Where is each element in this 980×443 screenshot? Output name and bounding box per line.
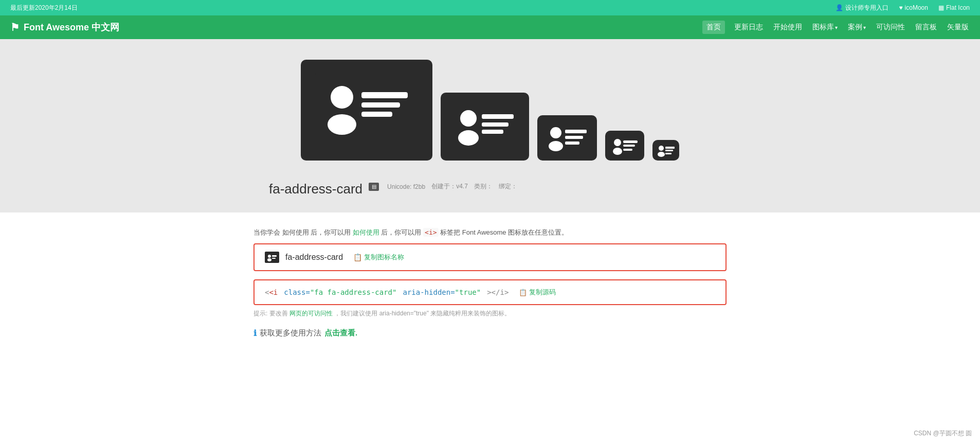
svg-point-31: [268, 255, 271, 258]
more-usage-row: ℹ 获取更多使用方法 点击查看.: [253, 328, 727, 338]
flag-icon: ⚑: [10, 21, 20, 33]
svg-point-13: [550, 127, 561, 138]
svg-rect-15: [565, 130, 587, 133]
svg-point-25: [659, 146, 664, 151]
nav-logo[interactable]: ⚑ Font Awesome 中文网: [10, 21, 119, 33]
intro-text-2: 标签把 Font Awesome 图标放在任意位置。: [440, 228, 568, 236]
update-date: 最后更新2020年2月14日: [10, 4, 78, 12]
svg-point-32: [267, 258, 271, 261]
copy-source-icon: 📋: [519, 289, 527, 296]
hero-unicode: Unicode: f2bb: [387, 183, 425, 190]
top-bar: 最后更新2020年2月14日 👤 设计师专用入口 ♥ icoMoon ▦ Fla…: [0, 0, 980, 15]
svg-rect-3: [361, 92, 408, 98]
copy-name-label: 复制图标名称: [364, 253, 404, 262]
svg-rect-21: [623, 140, 638, 143]
svg-rect-5: [361, 112, 392, 117]
icon-preview-svg: [266, 253, 278, 262]
hero-section: fa-address-card ▤ Unicode: f2bb 创建于：v4.7…: [0, 39, 980, 212]
svg-rect-22: [623, 145, 635, 147]
svg-rect-11: [482, 130, 503, 134]
icon-name-row: fa-address-card ▤ Unicode: f2bb 创建于：v4.7…: [269, 176, 711, 197]
more-usage-link[interactable]: 点击查看.: [324, 328, 357, 338]
info-icon: ℹ: [253, 328, 257, 338]
nav-vector[interactable]: 矢量版: [946, 21, 970, 34]
accessibility-hint: 提示: 要改善 网页的可访问性 ，我们建议使用 aria-hidden="tru…: [253, 309, 727, 318]
svg-rect-29: [665, 153, 672, 154]
address-card-icon-medium: [449, 99, 521, 154]
icon-card-large: [301, 60, 432, 161]
address-card-icon-xsmall: [609, 134, 641, 157]
svg-rect-34: [272, 258, 276, 259]
nav-start[interactable]: 开始使用: [772, 21, 803, 34]
svg-rect-10: [482, 122, 509, 127]
svg-rect-27: [665, 147, 675, 149]
nav-logo-text: Font Awesome 中文网: [24, 21, 119, 33]
source-close: ></i>: [487, 288, 509, 296]
copy-icon: 📋: [353, 253, 362, 261]
hero-copy-icon: ▤: [369, 183, 379, 191]
how-to-use-link[interactable]: 如何使用: [353, 228, 379, 236]
more-usage-text: 获取更多使用方法: [260, 328, 321, 338]
icon-name-box: fa-address-card 📋 复制图标名称: [253, 243, 727, 271]
address-card-icon-large: [315, 70, 418, 150]
tag-code: <i>: [423, 228, 438, 237]
nav-changelog[interactable]: 更新日志: [733, 21, 764, 34]
svg-rect-28: [665, 150, 673, 151]
icon-card-small: [537, 115, 597, 161]
copy-source-button[interactable]: 📋 复制源码: [519, 288, 556, 297]
hero-created: 创建于：v4.7: [431, 182, 468, 191]
nav-links: 首页 更新日志 开始使用 图标库 案例 可访问性 留言板 矢量版: [702, 21, 970, 34]
svg-rect-9: [482, 114, 514, 119]
nav-bar: ⚑ Font Awesome 中文网 首页 更新日志 开始使用 图标库 案例 可…: [0, 15, 980, 39]
svg-rect-17: [565, 141, 579, 145]
svg-point-26: [658, 152, 665, 157]
svg-point-7: [460, 110, 477, 127]
flaticon-link[interactable]: ▦ Flat Icon: [938, 4, 970, 11]
icon-label-text: fa-address-card: [285, 253, 343, 262]
nav-comments[interactable]: 留言板: [914, 21, 938, 34]
designer-icon: 👤: [836, 4, 843, 11]
icon-preview-small: [265, 252, 279, 263]
hero-category: 类别：: [474, 182, 493, 191]
address-card-icon-small: [542, 119, 592, 156]
usage-intro: 当你学会 如何使用 后，你可以用 如何使用 后，你可以用 <i> 标签把 Fon…: [253, 228, 727, 237]
copy-source-label: 复制源码: [529, 288, 556, 297]
source-tag-open: <<i: [265, 288, 278, 296]
icon-card-xsmall: [605, 131, 644, 161]
source-code-box: <<i class="fa fa-address-card" aria-hidd…: [253, 279, 727, 305]
icon-card-medium: [441, 93, 529, 161]
top-bar-right: 👤 设计师专用入口 ♥ icoMoon ▦ Flat Icon: [836, 4, 970, 12]
copy-name-button[interactable]: 📋 复制图标名称: [353, 253, 404, 262]
source-aria: aria-hidden="true": [403, 288, 481, 296]
icon-sizes-row: [301, 60, 679, 161]
svg-point-2: [328, 114, 356, 135]
svg-rect-33: [272, 255, 277, 257]
svg-rect-0: [315, 70, 418, 150]
svg-point-8: [458, 130, 479, 146]
svg-point-14: [549, 141, 563, 151]
hero-alias: 绑定：: [499, 182, 517, 191]
address-card-icon-xxsmall: [655, 142, 677, 158]
nav-home[interactable]: 首页: [702, 21, 725, 34]
svg-rect-16: [565, 136, 583, 139]
icon-card-xxsmall: [652, 140, 679, 161]
designer-link[interactable]: 👤 设计师专用入口: [836, 4, 888, 12]
svg-point-19: [614, 139, 621, 146]
accessibility-link[interactable]: 网页的可访问性: [289, 310, 333, 317]
nav-accessibility[interactable]: 可访问性: [875, 21, 906, 34]
source-class: class="fa fa-address-card": [284, 288, 396, 296]
nav-iconlib[interactable]: 图标库: [811, 21, 839, 34]
svg-rect-4: [361, 102, 400, 108]
icomoon-link[interactable]: ♥ icoMoon: [899, 4, 928, 11]
nav-cases[interactable]: 案例: [847, 21, 867, 34]
svg-point-20: [613, 148, 622, 155]
intro-text-1: 当你学会 如何使用 后，你可以用: [253, 228, 351, 236]
icon-info-row: fa-address-card ▤ Unicode: f2bb 创建于：v4.7…: [259, 176, 721, 197]
svg-point-1: [331, 86, 353, 109]
flaticon-icon: ▦: [938, 4, 944, 11]
svg-rect-23: [623, 149, 632, 151]
icomoon-icon: ♥: [899, 4, 902, 11]
content-section: 当你学会 如何使用 后，你可以用 如何使用 后，你可以用 <i> 标签把 Fon…: [243, 228, 737, 338]
hero-icon-name: fa-address-card: [269, 181, 362, 197]
